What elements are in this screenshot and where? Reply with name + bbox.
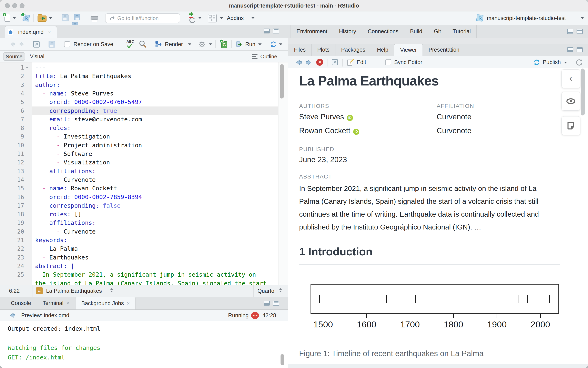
tab-index-qmd[interactable]: index.qmd × — [5, 26, 57, 38]
close-tab-icon[interactable]: × — [127, 300, 130, 306]
console-output[interactable]: Output created: index.htmlWatching files… — [0, 321, 288, 368]
tab-console[interactable]: Console — [5, 297, 37, 309]
code-line[interactable]: 6 corresponding: true — [0, 107, 288, 115]
spellcheck-icon[interactable]: ABC — [127, 40, 136, 49]
visibility-button[interactable] — [561, 92, 580, 110]
code-line[interactable]: 17 corresponding: false — [0, 201, 288, 210]
run-button[interactable]: Run — [245, 38, 256, 51]
project-dropdown[interactable] — [581, 17, 584, 19]
code-line[interactable]: 10 - Project administration — [0, 141, 288, 150]
save-doc-icon[interactable] — [49, 41, 55, 47]
minimize-pane-icon[interactable] — [264, 301, 270, 306]
back-icon[interactable] — [9, 41, 16, 47]
open-file-button[interactable] — [37, 14, 47, 22]
tab-git[interactable]: Git — [428, 25, 447, 38]
code-line[interactable]: 12 - Visualization — [0, 158, 288, 167]
render-dropdown[interactable] — [188, 44, 191, 45]
maximize-pane-icon[interactable] — [577, 47, 583, 52]
outline-button[interactable]: Outline — [260, 51, 277, 62]
code-line[interactable]: 7 email: steve@curvenote.com — [0, 115, 288, 124]
render-on-save-checkbox[interactable] — [64, 41, 70, 47]
collapse-margin-button[interactable]: ‹ — [561, 69, 580, 88]
version-control-button[interactable] — [188, 13, 196, 23]
code-line[interactable]: 13 affiliations: — [0, 167, 288, 176]
goto-file-input[interactable] — [117, 14, 176, 22]
code-line[interactable]: 24abstract: | — [0, 262, 288, 270]
close-tab-icon[interactable]: × — [66, 300, 69, 306]
file-type-menu[interactable]: Quarto — [257, 285, 275, 297]
tab-presentation[interactable]: Presentation — [423, 44, 465, 56]
publish-button[interactable]: Publish — [543, 56, 561, 68]
code-line[interactable]: 11 - Software — [0, 149, 288, 158]
stop-job-icon[interactable]: STOP — [251, 312, 259, 319]
panes-dropdown[interactable] — [220, 17, 223, 19]
viewer-scrollbar[interactable] — [581, 69, 585, 115]
find-replace-icon[interactable] — [139, 40, 147, 48]
tab-connections[interactable]: Connections — [362, 25, 404, 38]
fold-icon[interactable] — [26, 67, 28, 69]
tab-terminal[interactable]: Terminal× — [37, 297, 75, 309]
popout-icon[interactable] — [33, 41, 40, 47]
tab-tutorial[interactable]: Tutorial — [447, 25, 477, 38]
rerun-icon[interactable] — [270, 41, 277, 48]
code-line[interactable]: 21keywords: — [0, 236, 288, 245]
open-recent-dropdown[interactable] — [49, 17, 52, 19]
code-line[interactable]: the island of La Palma (Canary Islands, … — [0, 279, 288, 285]
minimize-pane-icon[interactable] — [567, 29, 573, 34]
visual-mode-button[interactable]: Visual — [27, 52, 47, 61]
save-all-button[interactable] — [72, 14, 81, 22]
code-line[interactable]: 5 orcid: 0000-0002-0760-5497 — [0, 98, 288, 107]
code-editor[interactable]: 1---2title: La Palma Earthquakes3author:… — [0, 62, 288, 285]
print-button[interactable] — [90, 14, 99, 22]
code-line[interactable]: 23 - Earthquakes — [0, 253, 288, 262]
new-file-button[interactable]: + — [4, 13, 11, 22]
code-line[interactable]: 2title: La Palma Earthquakes — [0, 72, 288, 81]
viewer-forward-icon[interactable] — [305, 59, 312, 66]
job-back-icon[interactable] — [9, 312, 16, 319]
viewer-popout-icon[interactable] — [332, 59, 338, 65]
code-line[interactable]: 15 - name: Rowan Cockett — [0, 184, 288, 193]
sync-editor-checkbox[interactable] — [385, 59, 391, 65]
viewer-back-icon[interactable] — [295, 59, 302, 66]
run-dropdown[interactable] — [258, 44, 262, 45]
maximize-pane-icon[interactable] — [273, 301, 279, 306]
project-selector[interactable]: manuscript-template-rstudio-test — [487, 11, 566, 25]
minimize-pane-icon[interactable] — [264, 28, 270, 33]
code-line[interactable]: 22 - La Palma — [0, 244, 288, 253]
goto-file-search[interactable] — [105, 13, 180, 23]
tab-packages[interactable]: Packages — [335, 44, 371, 56]
code-line[interactable]: 25 In September 2021, a significant jump… — [0, 270, 288, 279]
editor-scrollbar[interactable] — [278, 62, 288, 285]
code-line[interactable]: 16 orcid: 0000-0002-7859-8394 — [0, 193, 288, 202]
save-button[interactable] — [62, 14, 69, 21]
edit-button[interactable]: Edit — [357, 56, 366, 68]
insert-chunk-icon[interactable]: C + — [220, 40, 228, 48]
addins-dropdown[interactable] — [251, 17, 255, 19]
code-line[interactable]: 1--- — [0, 63, 288, 72]
rerun-dropdown[interactable] — [279, 44, 282, 45]
tab-build[interactable]: Build — [404, 25, 428, 38]
code-line[interactable]: 14 - Curvenote — [0, 175, 288, 184]
maximize-pane-icon[interactable] — [273, 28, 279, 33]
tab-history[interactable]: History — [333, 25, 362, 38]
close-tab-icon[interactable]: × — [48, 29, 51, 35]
gear-icon[interactable] — [198, 41, 206, 48]
section-jump-menu[interactable]: La Palma Earthquakes — [46, 285, 102, 297]
version-control-dropdown[interactable] — [198, 17, 202, 19]
maximize-pane-icon[interactable] — [577, 29, 583, 34]
section-jump-arrows-icon[interactable] — [110, 288, 113, 292]
new-file-dropdown[interactable] — [13, 17, 16, 19]
code-line[interactable]: 9 - Investigation — [0, 132, 288, 141]
tab-help[interactable]: Help — [371, 44, 394, 56]
minimize-pane-icon[interactable] — [567, 47, 573, 52]
code-line[interactable]: 19 affiliations: — [0, 219, 288, 227]
code-line[interactable]: 8 roles: — [0, 124, 288, 132]
new-project-button[interactable]: R + — [22, 13, 31, 23]
render-button[interactable]: Render — [165, 38, 183, 51]
forward-icon[interactable] — [19, 41, 25, 47]
tab-background-jobs[interactable]: Background Jobs× — [75, 297, 136, 309]
tab-files[interactable]: Files — [288, 44, 312, 56]
code-line[interactable]: 3author: — [0, 81, 288, 89]
console-scrollbar[interactable] — [281, 354, 284, 365]
orcid-icon[interactable]: iD — [347, 115, 353, 121]
